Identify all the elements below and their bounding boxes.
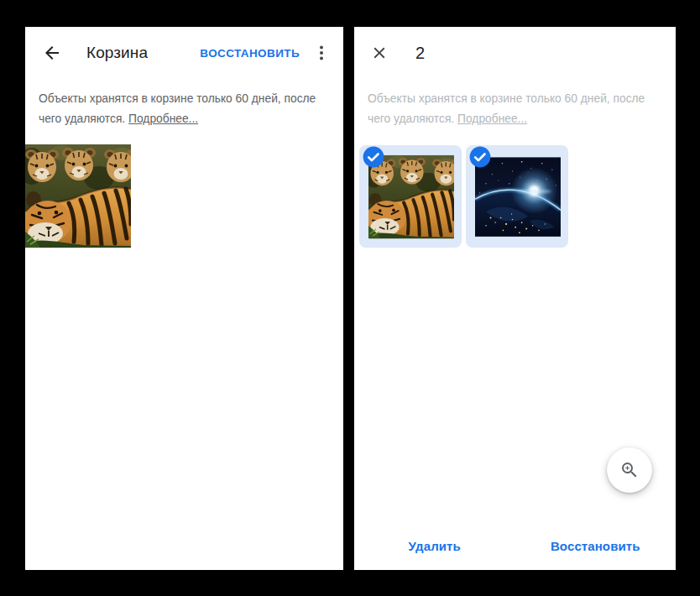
overflow-menu-button[interactable] bbox=[311, 43, 332, 63]
selected-check-icon bbox=[363, 146, 384, 168]
zoom-in-icon bbox=[619, 460, 640, 480]
restore-button[interactable]: Восстановить bbox=[515, 539, 676, 553]
trash-info: Объекты хранятся в корзине только 60 дне… bbox=[39, 89, 326, 129]
close-icon bbox=[370, 44, 389, 62]
back-button[interactable] bbox=[42, 43, 62, 63]
bottom-action-bar: Удалить Восстановить bbox=[354, 539, 676, 553]
selected-check-icon bbox=[469, 146, 491, 168]
photo-thumbnail-tigers[interactable] bbox=[25, 144, 131, 248]
selected-photo-tigers[interactable] bbox=[359, 145, 462, 248]
learn-more-link[interactable]: Подробнее... bbox=[128, 112, 198, 125]
restore-all-button[interactable]: ВОССТАНОВИТЬ bbox=[200, 47, 300, 60]
learn-more-link[interactable]: Подробнее... bbox=[457, 112, 527, 125]
delete-button[interactable]: Удалить bbox=[354, 539, 515, 553]
tiger-family-image bbox=[25, 144, 131, 248]
trash-info-dimmed: Объекты хранятся в корзине только 60 дне… bbox=[368, 89, 659, 129]
trash-selection-screen: 2 Объекты хранятся в корзине только 60 д… bbox=[354, 27, 676, 570]
zoom-fab[interactable] bbox=[607, 447, 652, 493]
back-arrow-icon bbox=[42, 43, 62, 63]
selected-photo-earth[interactable] bbox=[466, 145, 568, 248]
selection-header: 2 bbox=[354, 27, 676, 76]
photo-grid bbox=[25, 144, 343, 248]
more-vert-icon bbox=[311, 43, 332, 63]
close-selection-button[interactable] bbox=[369, 43, 389, 63]
trash-header: Корзина ВОССТАНОВИТЬ bbox=[25, 27, 343, 76]
trash-screen: Корзина ВОССТАНОВИТЬ Объекты хранятся в … bbox=[25, 27, 343, 570]
selected-photo-grid bbox=[354, 145, 676, 248]
page-title: Корзина bbox=[86, 44, 148, 62]
selection-count: 2 bbox=[415, 44, 425, 63]
